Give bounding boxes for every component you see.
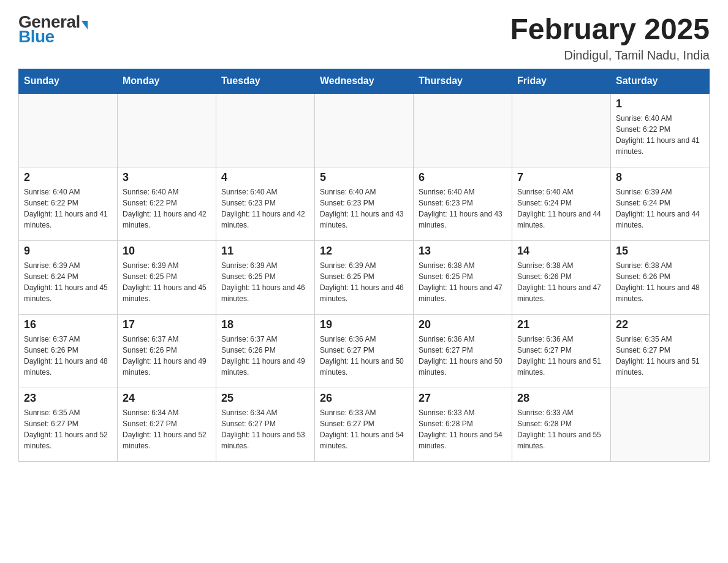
- logo-blue-text: Blue: [18, 27, 55, 47]
- calendar-week-1: 1Sunrise: 6:40 AMSunset: 6:22 PMDaylight…: [19, 93, 710, 167]
- calendar-cell: 13Sunrise: 6:38 AMSunset: 6:25 PMDayligh…: [414, 240, 512, 314]
- day-number: 25: [221, 392, 309, 405]
- calendar-cell: 5Sunrise: 6:40 AMSunset: 6:23 PMDaylight…: [315, 167, 414, 240]
- calendar-cell: 19Sunrise: 6:36 AMSunset: 6:27 PMDayligh…: [315, 314, 414, 388]
- calendar-cell: 11Sunrise: 6:39 AMSunset: 6:25 PMDayligh…: [216, 240, 315, 314]
- logo-triangle-icon: [82, 21, 88, 29]
- day-info: Sunrise: 6:38 AMSunset: 6:25 PMDaylight:…: [419, 260, 507, 304]
- day-info: Sunrise: 6:40 AMSunset: 6:23 PMDaylight:…: [419, 186, 507, 231]
- day-number: 11: [221, 245, 309, 258]
- calendar-week-5: 23Sunrise: 6:35 AMSunset: 6:27 PMDayligh…: [19, 388, 710, 461]
- weekday-header-monday: Monday: [118, 69, 216, 94]
- calendar-cell: 10Sunrise: 6:39 AMSunset: 6:25 PMDayligh…: [118, 240, 216, 314]
- weekday-header-sunday: Sunday: [19, 69, 118, 94]
- weekday-header-saturday: Saturday: [611, 69, 710, 94]
- calendar-cell: 24Sunrise: 6:34 AMSunset: 6:27 PMDayligh…: [118, 388, 216, 461]
- calendar-cell: 12Sunrise: 6:39 AMSunset: 6:25 PMDayligh…: [315, 240, 414, 314]
- day-info: Sunrise: 6:40 AMSunset: 6:22 PMDaylight:…: [123, 186, 211, 231]
- day-info: Sunrise: 6:33 AMSunset: 6:27 PMDaylight:…: [320, 407, 408, 451]
- calendar-cell: 4Sunrise: 6:40 AMSunset: 6:23 PMDaylight…: [216, 167, 315, 240]
- calendar-cell: 21Sunrise: 6:36 AMSunset: 6:27 PMDayligh…: [512, 314, 611, 388]
- day-number: 17: [123, 318, 211, 331]
- day-number: 18: [221, 318, 309, 331]
- month-title: February 2025: [510, 12, 710, 46]
- day-info: Sunrise: 6:33 AMSunset: 6:28 PMDaylight:…: [419, 407, 507, 451]
- calendar-cell: 2Sunrise: 6:40 AMSunset: 6:22 PMDaylight…: [19, 167, 118, 240]
- day-number: 14: [517, 245, 605, 258]
- day-number: 6: [419, 171, 507, 184]
- calendar-cell: [611, 388, 710, 461]
- day-number: 27: [419, 392, 507, 405]
- day-number: 20: [419, 318, 507, 331]
- day-number: 5: [320, 171, 408, 184]
- day-number: 10: [123, 245, 211, 258]
- title-area: February 2025 Dindigul, Tamil Nadu, Indi…: [510, 12, 710, 63]
- day-number: 3: [123, 171, 211, 184]
- calendar-cell: 8Sunrise: 6:39 AMSunset: 6:24 PMDaylight…: [611, 167, 710, 240]
- calendar-week-4: 16Sunrise: 6:37 AMSunset: 6:26 PMDayligh…: [19, 314, 710, 388]
- calendar-week-3: 9Sunrise: 6:39 AMSunset: 6:24 PMDaylight…: [19, 240, 710, 314]
- calendar-cell: 25Sunrise: 6:34 AMSunset: 6:27 PMDayligh…: [216, 388, 315, 461]
- calendar-cell: 16Sunrise: 6:37 AMSunset: 6:26 PMDayligh…: [19, 314, 118, 388]
- day-info: Sunrise: 6:36 AMSunset: 6:27 PMDaylight:…: [517, 334, 605, 378]
- day-info: Sunrise: 6:38 AMSunset: 6:26 PMDaylight:…: [616, 260, 704, 304]
- calendar-cell: [315, 93, 414, 167]
- day-info: Sunrise: 6:38 AMSunset: 6:26 PMDaylight:…: [517, 260, 605, 304]
- calendar-cell: 14Sunrise: 6:38 AMSunset: 6:26 PMDayligh…: [512, 240, 611, 314]
- calendar-cell: [414, 93, 512, 167]
- weekday-header-wednesday: Wednesday: [315, 69, 414, 94]
- day-number: 13: [419, 245, 507, 258]
- day-info: Sunrise: 6:40 AMSunset: 6:24 PMDaylight:…: [517, 186, 605, 231]
- calendar-cell: 27Sunrise: 6:33 AMSunset: 6:28 PMDayligh…: [414, 388, 512, 461]
- day-number: 8: [616, 171, 704, 184]
- calendar-cell: 18Sunrise: 6:37 AMSunset: 6:26 PMDayligh…: [216, 314, 315, 388]
- day-number: 12: [320, 245, 408, 258]
- day-number: 22: [616, 318, 704, 331]
- day-info: Sunrise: 6:39 AMSunset: 6:25 PMDaylight:…: [320, 260, 408, 304]
- calendar-cell: 28Sunrise: 6:33 AMSunset: 6:28 PMDayligh…: [512, 388, 611, 461]
- day-info: Sunrise: 6:35 AMSunset: 6:27 PMDaylight:…: [616, 334, 704, 378]
- calendar-cell: 3Sunrise: 6:40 AMSunset: 6:22 PMDaylight…: [118, 167, 216, 240]
- calendar-cell: 15Sunrise: 6:38 AMSunset: 6:26 PMDayligh…: [611, 240, 710, 314]
- day-number: 1: [616, 98, 704, 110]
- day-info: Sunrise: 6:39 AMSunset: 6:25 PMDaylight:…: [123, 260, 211, 304]
- day-number: 15: [616, 245, 704, 258]
- day-number: 21: [517, 318, 605, 331]
- logo: General Blue: [18, 12, 88, 47]
- day-number: 16: [24, 318, 112, 331]
- page-header: General Blue February 2025 Dindigul, Tam…: [18, 12, 710, 63]
- day-number: 28: [517, 392, 605, 405]
- day-number: 7: [517, 171, 605, 184]
- day-info: Sunrise: 6:34 AMSunset: 6:27 PMDaylight:…: [221, 407, 309, 451]
- day-number: 23: [24, 392, 112, 405]
- calendar-cell: 17Sunrise: 6:37 AMSunset: 6:26 PMDayligh…: [118, 314, 216, 388]
- calendar-cell: 6Sunrise: 6:40 AMSunset: 6:23 PMDaylight…: [414, 167, 512, 240]
- day-info: Sunrise: 6:39 AMSunset: 6:24 PMDaylight:…: [24, 260, 112, 304]
- calendar-week-2: 2Sunrise: 6:40 AMSunset: 6:22 PMDaylight…: [19, 167, 710, 240]
- day-info: Sunrise: 6:37 AMSunset: 6:26 PMDaylight:…: [24, 334, 112, 378]
- weekday-header-friday: Friday: [512, 69, 611, 94]
- day-info: Sunrise: 6:33 AMSunset: 6:28 PMDaylight:…: [517, 407, 605, 451]
- day-info: Sunrise: 6:35 AMSunset: 6:27 PMDaylight:…: [24, 407, 112, 451]
- weekday-header-tuesday: Tuesday: [216, 69, 315, 94]
- calendar-table: SundayMondayTuesdayWednesdayThursdayFrid…: [18, 69, 710, 462]
- day-info: Sunrise: 6:36 AMSunset: 6:27 PMDaylight:…: [419, 334, 507, 378]
- weekday-header-thursday: Thursday: [414, 69, 512, 94]
- day-number: 9: [24, 245, 112, 258]
- calendar-cell: 20Sunrise: 6:36 AMSunset: 6:27 PMDayligh…: [414, 314, 512, 388]
- calendar-cell: 23Sunrise: 6:35 AMSunset: 6:27 PMDayligh…: [19, 388, 118, 461]
- day-number: 19: [320, 318, 408, 331]
- day-info: Sunrise: 6:36 AMSunset: 6:27 PMDaylight:…: [320, 334, 408, 378]
- calendar-cell: 1Sunrise: 6:40 AMSunset: 6:22 PMDaylight…: [611, 93, 710, 167]
- day-number: 24: [123, 392, 211, 405]
- calendar-cell: 26Sunrise: 6:33 AMSunset: 6:27 PMDayligh…: [315, 388, 414, 461]
- day-number: 2: [24, 171, 112, 184]
- day-number: 4: [221, 171, 309, 184]
- day-info: Sunrise: 6:37 AMSunset: 6:26 PMDaylight:…: [123, 334, 211, 378]
- day-info: Sunrise: 6:34 AMSunset: 6:27 PMDaylight:…: [123, 407, 211, 451]
- calendar-cell: [19, 93, 118, 167]
- day-info: Sunrise: 6:40 AMSunset: 6:22 PMDaylight:…: [616, 113, 704, 157]
- calendar-cell: [216, 93, 315, 167]
- day-info: Sunrise: 6:40 AMSunset: 6:23 PMDaylight:…: [221, 186, 309, 231]
- calendar-cell: [512, 93, 611, 167]
